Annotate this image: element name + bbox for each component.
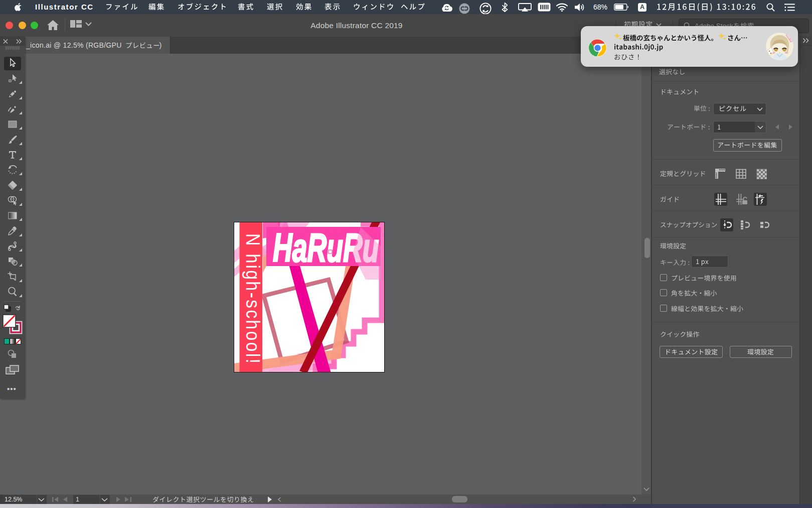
svg-text:N high-school!: N high-school! (242, 233, 264, 365)
